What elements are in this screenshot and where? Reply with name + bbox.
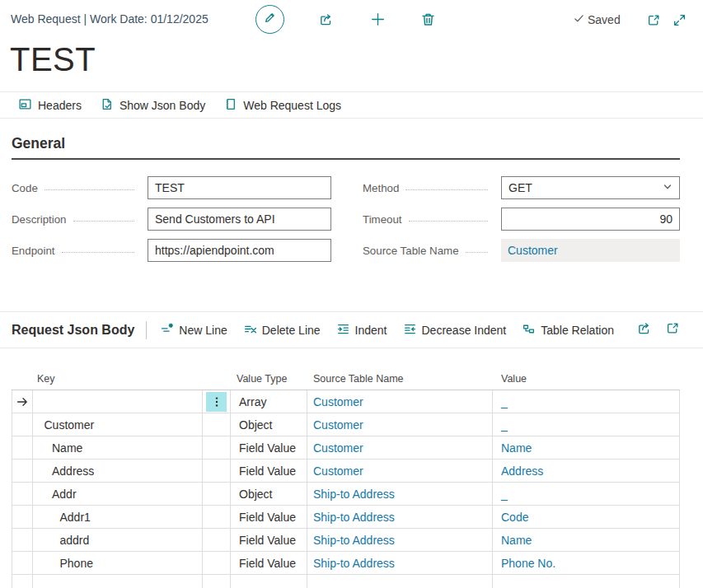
value-cell[interactable]: Address (493, 460, 680, 482)
source-table-cell[interactable]: Customer (307, 390, 493, 413)
indent-button[interactable]: Indent (336, 322, 387, 338)
key-cell[interactable] (33, 390, 203, 413)
value-link[interactable]: Code (501, 511, 528, 524)
source-table-cell[interactable]: Customer (307, 460, 493, 482)
value-cell[interactable]: _ (493, 413, 680, 436)
key-cell[interactable]: addrd (33, 529, 203, 551)
endpoint-input[interactable] (148, 239, 331, 262)
open-in-new-window-button[interactable] (647, 13, 661, 30)
value-cell[interactable]: Name (493, 436, 680, 459)
source-table-link[interactable]: Customer (313, 395, 363, 408)
value-type-cell[interactable]: Object (231, 483, 307, 505)
breadcrumb[interactable]: Web Request | Work Date: 01/12/2025 (11, 12, 209, 26)
delete-button[interactable] (420, 12, 436, 30)
method-select[interactable]: GET (501, 176, 680, 199)
source-table-cell[interactable]: Customer (307, 413, 493, 436)
timeout-input[interactable] (501, 208, 680, 231)
column-header-value[interactable]: Value (493, 373, 680, 385)
value-link[interactable]: Address (501, 464, 543, 478)
share-button[interactable] (319, 12, 334, 30)
source-table-cell[interactable]: Ship-to Address (307, 506, 493, 528)
key-cell[interactable]: Name (33, 436, 203, 459)
source-table-link[interactable]: Ship-to Address (313, 511, 395, 524)
json-body-section-title: Request Json Body (12, 323, 134, 338)
decrease-indent-label: Decrease Indent (422, 324, 507, 337)
source-table-cell[interactable]: Customer (307, 436, 493, 459)
new-line-button[interactable]: New Line (160, 322, 227, 338)
code-input[interactable] (148, 176, 331, 199)
value-link[interactable]: Name (501, 534, 532, 547)
decrease-indent-button[interactable]: Decrease Indent (403, 322, 507, 338)
general-section-title[interactable]: General (12, 135, 680, 160)
key-cell[interactable]: Addr1 (33, 506, 203, 528)
key-cell[interactable]: Customer (33, 413, 203, 436)
source-table-link[interactable]: Ship-to Address (313, 534, 395, 547)
share-icon[interactable] (637, 321, 652, 339)
source-table-cell[interactable]: Ship-to Address (307, 483, 493, 505)
show-json-body-button[interactable]: Show Json Body (100, 97, 205, 114)
expand-button[interactable] (673, 13, 687, 30)
value-cell[interactable]: Phone No. (493, 552, 680, 574)
headers-button[interactable]: Headers (18, 97, 82, 114)
delete-line-button[interactable]: Delete Line (243, 322, 321, 338)
source-table-cell[interactable]: Ship-to Address (307, 529, 493, 551)
source-table-link[interactable]: Ship-to Address (313, 557, 395, 570)
value-type-cell[interactable]: Field Value (231, 436, 307, 459)
source-table-link[interactable]: Customer (313, 441, 363, 455)
save-status-label: Saved (588, 13, 621, 26)
source-table-name-link[interactable]: Customer (508, 244, 558, 257)
value-type-cell[interactable]: Field Value (231, 460, 307, 482)
source-table-name-label: Source Table Name (363, 245, 459, 257)
value-cell[interactable]: _ (493, 483, 680, 505)
value-link[interactable]: Phone No. (501, 557, 555, 570)
edit-button[interactable] (255, 5, 284, 34)
vertical-ellipsis-icon (211, 396, 223, 408)
dotted-leader (62, 252, 135, 253)
new-record-button[interactable] (369, 11, 387, 31)
source-table-cell[interactable]: Ship-to Address (307, 552, 493, 574)
key-cell[interactable]: Addr (33, 483, 203, 505)
row-menu-cell (203, 529, 231, 551)
method-label: Method (363, 182, 399, 194)
table-relation-button[interactable]: Table Relation (522, 322, 614, 338)
source-table-link[interactable]: Customer (313, 418, 363, 432)
value-link[interactable]: _ (501, 488, 508, 501)
table-row: ArrayCustomer_ (12, 390, 680, 413)
source-table-link[interactable]: Ship-to Address (313, 488, 395, 501)
popout-icon[interactable] (666, 321, 680, 338)
row-indicator (12, 506, 33, 528)
current-row-arrow-icon (16, 395, 29, 408)
key-cell[interactable]: Address (33, 460, 203, 482)
value-type-cell[interactable]: Field Value (231, 506, 307, 528)
value-type-cell[interactable]: Field Value (231, 552, 307, 574)
column-header-source-table-name[interactable]: Source Table Name (307, 373, 493, 385)
json-body-toolbar: Request Json Body New Line Delete Line I… (0, 311, 703, 348)
source-table-link[interactable]: Customer (313, 464, 363, 478)
column-header-value-type[interactable]: Value Type (231, 373, 307, 385)
row-indicator (12, 413, 33, 436)
table-row: Addr1Field ValueShip-to AddressCode (12, 506, 680, 529)
value-cell[interactable]: _ (493, 390, 680, 413)
table-row: CustomerObjectCustomer_ (12, 413, 680, 436)
document-check-icon (100, 97, 114, 114)
value-link[interactable]: Name (501, 441, 532, 455)
indent-label: Indent (355, 324, 387, 337)
value-type-cell[interactable]: Field Value (231, 529, 307, 551)
web-request-logs-button[interactable]: Web Request Logs (223, 97, 341, 114)
save-status: Saved (574, 13, 621, 26)
value-type-cell[interactable]: Object (231, 413, 307, 436)
new-line-label: New Line (179, 324, 227, 337)
column-header-key[interactable]: Key (33, 373, 203, 385)
row-menu-cell (203, 436, 231, 459)
key-cell[interactable]: Phone (33, 552, 203, 574)
description-input[interactable] (148, 208, 331, 231)
show-json-body-label: Show Json Body (120, 99, 205, 112)
value-link[interactable]: _ (501, 418, 508, 432)
row-indicator (12, 529, 33, 551)
value-cell[interactable]: Name (493, 529, 680, 551)
value-cell[interactable]: Code (493, 506, 680, 528)
value-type-cell[interactable]: Array (231, 390, 307, 413)
row-options-button[interactable] (206, 392, 227, 412)
value-link[interactable]: _ (501, 395, 508, 408)
dotted-leader (405, 189, 488, 190)
